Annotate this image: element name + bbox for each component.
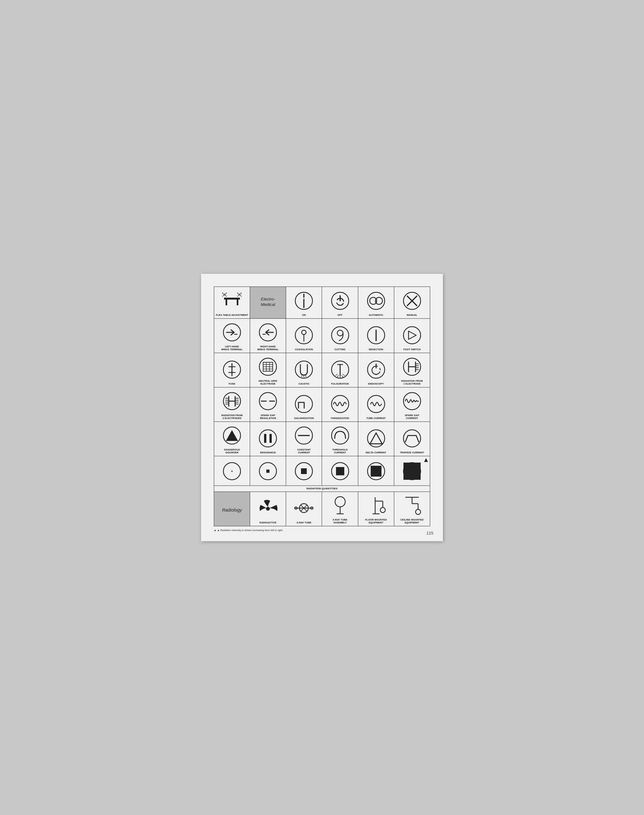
cell-resection: RESECTION: [358, 319, 394, 353]
svg-rect-101: [266, 470, 270, 473]
svg-marker-110: [424, 458, 428, 462]
cell-automatic: AUTOMATIC: [358, 287, 394, 319]
neutral-grid-icon: [258, 357, 278, 377]
cell-neutral-grid: NEUTRAL GRIDELECTRODE: [250, 353, 286, 388]
svg-point-130: [416, 509, 421, 515]
cell-floor-mounted: FLOOR MOUNTEDEQUIPMENT: [358, 492, 394, 526]
svg-point-89: [259, 430, 276, 447]
fuse-icon: [222, 360, 242, 380]
galvanization-icon: [294, 394, 314, 414]
footnote: ▲ ▲ Radiation intensity is shown increas…: [214, 529, 430, 532]
delta-current-label: DELTA CURRENT: [366, 451, 386, 454]
neutral-grid-label: NEUTRAL GRIDELECTRODE: [259, 380, 277, 385]
cell-galvanization: GALVANIZATION: [286, 388, 322, 422]
cell-rad-4: [322, 456, 358, 486]
delta-current-icon: [366, 429, 386, 448]
resonance-icon: [258, 429, 278, 448]
svg-point-97: [403, 430, 421, 447]
cell-x-ray-tube: X-RAY TUBE: [286, 492, 322, 526]
svg-line-54: [335, 374, 337, 376]
radiology-row: Radiology: [214, 492, 430, 526]
on-label: ON: [302, 314, 306, 317]
cell-cutting: CUTTING: [322, 319, 358, 353]
endoscopy-icon: [366, 360, 386, 380]
rad-qty-4-icon: [330, 461, 350, 481]
spark-gap-reg-icon: [258, 391, 278, 411]
endoscopy-label: ENDOSCOPY: [368, 382, 384, 385]
cell-coagulation: COAGULATION: [286, 319, 322, 353]
cell-spark-gap-current: SPARK GAPCURRENT: [394, 388, 430, 422]
ceiling-mounted-icon: [402, 495, 422, 517]
radiation-1-icon: [402, 357, 422, 377]
dangerous-disorder-label: DANGEROUSDISORDER: [224, 448, 240, 454]
cell-fulguration: FULGURATION: [322, 353, 358, 388]
left-hand-minus-label: LEFT-HANDMINUS TERMINAL: [221, 345, 243, 351]
symbol-table: FLEX TABLE ADJUSTMENT Electro-Medical: [214, 286, 430, 526]
cell-constant-current: CONSTANTCURRENT: [286, 422, 322, 456]
triangle-marker: [424, 458, 428, 462]
cell-caustic: CAUSTIC: [286, 353, 322, 388]
constant-current-icon: [294, 426, 314, 445]
rad-qty-2-icon: [258, 461, 278, 481]
svg-rect-90: [264, 434, 266, 443]
cell-fuse: FUSE: [214, 353, 250, 388]
svg-point-125: [380, 507, 385, 512]
on-icon: [294, 291, 314, 311]
svg-line-51: [337, 375, 339, 378]
right-hand-minus-icon: [258, 323, 278, 342]
cell-manual: MANUAL: [394, 287, 430, 319]
svg-point-111: [266, 507, 270, 511]
floor-mounted-icon: [366, 495, 386, 517]
svg-line-47: [305, 375, 306, 377]
svg-rect-2: [237, 300, 238, 305]
svg-marker-88: [226, 430, 238, 441]
caustic-icon: [294, 360, 314, 380]
table-row: FLEX TABLE ADJUSTMENT Electro-Medical: [214, 287, 430, 319]
cell-rad-2: [250, 456, 286, 486]
svg-rect-107: [371, 466, 382, 477]
fuse-label: FUSE: [229, 382, 235, 385]
table-row: DANGEROUSDISORDER RESONANCE: [214, 422, 430, 456]
svg-marker-96: [370, 433, 382, 444]
radiation-1-label: RADIATION from1 ELECTRODE: [401, 380, 423, 385]
svg-rect-1: [225, 300, 227, 305]
radiation-quantities-text: RADIATION QUANTITIES: [216, 487, 428, 490]
radiation-label-row: RADIATION QUANTITIES: [214, 486, 430, 492]
fulguration-label: FULGURATION: [331, 382, 349, 385]
resonance-label: RESONANCE: [260, 451, 276, 454]
faradization-label: FARADIZATION: [331, 417, 349, 420]
spark-gap-current-icon: [402, 391, 422, 411]
resection-label: RESECTION: [369, 348, 383, 351]
off-label: OFF: [337, 314, 342, 317]
svg-point-118: [335, 497, 345, 507]
radioactive-icon: [258, 498, 278, 519]
flex-table-label: FLEX TABLE ADJUSTMENT: [216, 314, 248, 317]
cutting-label: CUTTING: [334, 348, 345, 351]
radiation-quantities-row: [214, 456, 430, 486]
svg-point-26: [302, 330, 306, 335]
svg-line-53: [342, 375, 343, 378]
off-icon: [330, 291, 350, 311]
svg-rect-105: [336, 467, 344, 475]
coagulation-label: COAGULATION: [295, 348, 313, 351]
cell-endoscopy: ENDOSCOPY: [358, 353, 394, 388]
svg-point-59: [376, 374, 377, 375]
automatic-icon: [366, 291, 386, 311]
radioactive-label: RADIOACTIVE: [260, 521, 276, 524]
threshold-current-label: THRESHOLDCURRENT: [333, 448, 348, 454]
cell-resonance: RESONANCE: [250, 422, 286, 456]
cell-rad-3: [286, 456, 322, 486]
table-row: FUSE: [214, 353, 430, 388]
ceiling-mounted-label: CEILING MOUNTEDEQUIPMENT: [400, 518, 424, 524]
cell-radiation-1: RADIATION from1 ELECTRODE: [394, 353, 430, 388]
threshold-current-icon: [330, 426, 350, 445]
trapeze-current-icon: [402, 429, 422, 448]
fulguration-icon: [330, 360, 350, 380]
x-ray-tube-label: X-RAY TUBE: [296, 521, 311, 524]
cell-dangerous-disorder: DANGEROUSDISORDER: [214, 422, 250, 456]
svg-line-45: [302, 375, 302, 377]
tube-current-label: TUBE CURRENT: [366, 417, 386, 420]
page-number: 115: [426, 531, 433, 535]
automatic-label: AUTOMATIC: [369, 314, 383, 317]
cell-radiation-2: RADIATION from2 ELECTRODES: [214, 388, 250, 422]
